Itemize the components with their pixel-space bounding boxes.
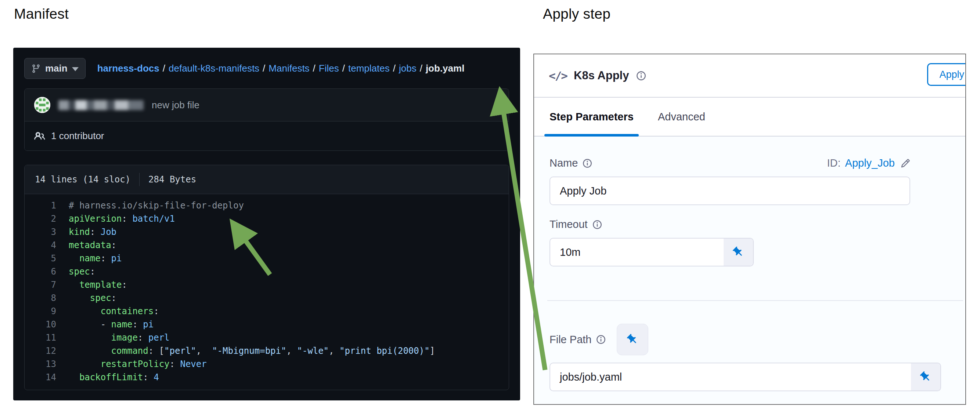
timeout-input-value: 10m	[550, 246, 724, 259]
code-line-text: spec:	[69, 292, 116, 305]
name-input-value: Apply Job	[550, 185, 910, 197]
breadcrumb: harness-docs/default-k8s-manifests/Manif…	[97, 63, 465, 74]
code-line: 9 containers:	[25, 305, 509, 318]
code-line-text: metadata:	[69, 239, 116, 252]
code-step-icon: </>	[549, 69, 567, 82]
name-input[interactable]: Apply Job	[549, 176, 910, 205]
github-file-panel: main harness-docs/default-k8s-manifests/…	[13, 48, 520, 400]
line-number[interactable]: 8	[25, 292, 69, 305]
code-line-text: name: pi	[69, 252, 122, 265]
code-line: 4metadata:	[25, 239, 509, 252]
line-number[interactable]: 3	[25, 225, 69, 239]
k8s-apply-step-panel: </> K8s Apply Apply Step ParametersAdvan…	[533, 54, 966, 405]
line-number[interactable]: 14	[25, 371, 69, 384]
github-top-row: main harness-docs/default-k8s-manifests/…	[24, 58, 509, 79]
info-icon[interactable]	[582, 159, 592, 168]
branch-selector-button[interactable]: main	[24, 58, 86, 79]
file-path-pin-button[interactable]	[617, 324, 648, 355]
line-number[interactable]: 5	[25, 252, 69, 265]
contributors-row[interactable]: 1 contributor	[25, 122, 509, 151]
code-line: 13 restartPolicy: Never	[25, 357, 509, 371]
info-icon[interactable]	[592, 220, 602, 229]
step-parameters-content: Name ID: Apply_Job Apply Job Timeout	[534, 136, 965, 405]
apply-step-section-title: Apply step	[543, 6, 611, 22]
step-title: K8s Apply	[574, 69, 629, 82]
step-tabs: Step ParametersAdvanced	[534, 98, 965, 136]
file-path-label-group: File Path	[549, 334, 606, 346]
people-icon	[34, 131, 45, 142]
line-number[interactable]: 12	[25, 344, 69, 357]
file-path-label-row: File Path	[549, 324, 941, 355]
line-number[interactable]: 11	[25, 331, 69, 344]
code-line: 3kind: Job	[25, 225, 509, 239]
code-line: 12 command: ["perl", "-Mbignum=bpi", "-w…	[25, 344, 509, 357]
code-line-text: kind: Job	[69, 225, 116, 239]
file-blob-header: 14 lines (14 sloc) 284 Bytes	[25, 165, 509, 194]
line-number[interactable]: 4	[25, 239, 69, 252]
commit-author-redacted[interactable]	[59, 100, 144, 110]
apply-changes-button[interactable]: Apply	[927, 63, 966, 86]
code-line: 2apiVersion: batch/v1	[25, 212, 509, 225]
line-number[interactable]: 10	[25, 318, 69, 331]
info-icon[interactable]	[636, 71, 646, 81]
id-label: ID:	[827, 157, 841, 169]
name-label-group: Name	[549, 157, 592, 169]
edit-pencil-icon[interactable]	[900, 159, 910, 168]
breadcrumb-link[interactable]: jobs	[399, 63, 417, 74]
file-blob-card: 14 lines (14 sloc) 284 Bytes 1# harness.…	[24, 165, 509, 390]
breadcrumb-link[interactable]: harness-docs	[97, 63, 159, 74]
breadcrumb-link[interactable]: templates	[348, 63, 390, 74]
breadcrumb-separator: /	[163, 63, 165, 74]
line-number[interactable]: 13	[25, 357, 69, 371]
code-line-text: - name: pi	[69, 318, 154, 331]
code-line-text: # harness.io/skip-file-for-deploy	[69, 199, 244, 212]
name-label: Name	[549, 157, 578, 169]
code-line: 6spec:	[25, 265, 509, 278]
tab-step-parameters[interactable]: Step Parameters	[549, 98, 634, 136]
avatar[interactable]	[34, 97, 50, 113]
file-size: 284 Bytes	[148, 174, 196, 185]
line-number[interactable]: 9	[25, 305, 69, 318]
timeout-pin-toggle[interactable]	[724, 239, 753, 266]
latest-commit-row: new job file	[25, 89, 509, 122]
file-path-pin-toggle[interactable]	[911, 363, 940, 390]
file-lines-info: 14 lines (14 sloc)	[35, 174, 130, 185]
breadcrumb-link[interactable]: Files	[319, 63, 339, 74]
timeout-label-group: Timeout	[549, 218, 941, 230]
manifest-section-title: Manifest	[14, 6, 69, 22]
file-path-label: File Path	[549, 334, 591, 346]
code-block: 1# harness.io/skip-file-for-deploy2apiVe…	[25, 194, 509, 390]
breadcrumb-link[interactable]: default-k8s-manifests	[169, 63, 259, 74]
chevron-down-icon	[72, 67, 79, 71]
breadcrumb-link[interactable]: Manifests	[269, 63, 309, 74]
code-line-text: command: ["perl", "-Mbignum=bpi", "-wle"…	[69, 344, 435, 357]
code-line: 10 - name: pi	[25, 318, 509, 331]
timeout-input[interactable]: 10m	[549, 238, 754, 266]
timeout-label: Timeout	[549, 218, 588, 230]
breadcrumb-separator: /	[262, 63, 265, 74]
code-line-text: template:	[69, 278, 127, 292]
step-header: </> K8s Apply Apply	[534, 54, 965, 98]
code-line-text: spec:	[69, 265, 95, 278]
name-field-row: Name ID: Apply_Job	[549, 157, 910, 169]
step-id-link[interactable]: Apply_Job	[845, 157, 895, 169]
code-line: 1# harness.io/skip-file-for-deploy	[25, 199, 509, 212]
header-divider	[139, 173, 140, 186]
file-path-input-value: jobs/job.yaml	[550, 371, 911, 383]
code-line-text: image: perl	[69, 331, 170, 344]
line-number[interactable]: 6	[25, 265, 69, 278]
code-line-text: apiVersion: batch/v1	[69, 212, 175, 225]
line-number[interactable]: 2	[25, 212, 69, 225]
code-line-text: containers:	[69, 305, 159, 318]
breadcrumb-current-file: job.yaml	[426, 63, 464, 74]
code-line: 11 image: perl	[25, 331, 509, 344]
file-path-input[interactable]: jobs/job.yaml	[549, 363, 941, 391]
line-number[interactable]: 1	[25, 199, 69, 212]
branch-name: main	[45, 63, 68, 74]
screenshot-canvas: Manifest Apply step main harness-docs/de…	[0, 0, 980, 414]
line-number[interactable]: 7	[25, 278, 69, 292]
info-icon[interactable]	[596, 335, 606, 344]
tab-advanced[interactable]: Advanced	[658, 98, 705, 136]
commit-message: new job file	[152, 100, 199, 111]
code-line: 8 spec:	[25, 292, 509, 305]
